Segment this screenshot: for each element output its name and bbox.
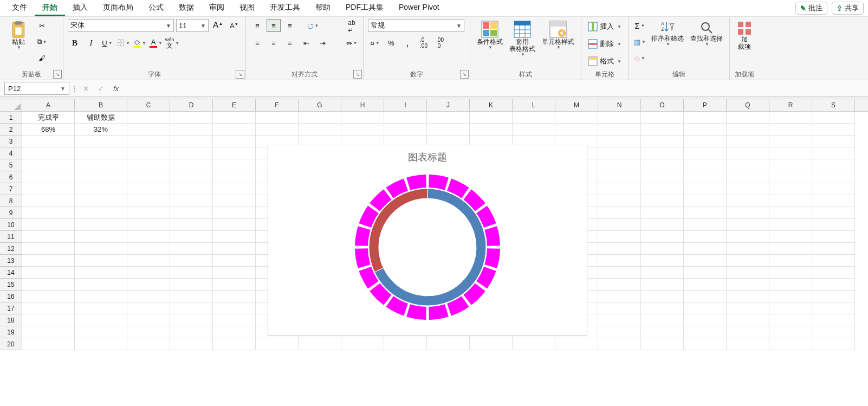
column-header-C[interactable]: C: [127, 99, 170, 111]
cell-D11[interactable]: [170, 231, 213, 243]
cell-S11[interactable]: [812, 231, 855, 243]
row-header-17[interactable]: 17: [0, 302, 22, 314]
cell-C17[interactable]: [127, 302, 170, 314]
cell-N18[interactable]: [598, 314, 641, 326]
cell-I1[interactable]: [384, 112, 427, 124]
cell-O8[interactable]: [641, 195, 684, 207]
cell-C3[interactable]: [127, 136, 170, 147]
cell-N16[interactable]: [598, 291, 641, 302]
cell-A4[interactable]: [22, 147, 75, 159]
cell-B6[interactable]: [75, 171, 127, 183]
font-color-button[interactable]: A ▼: [149, 36, 163, 49]
tab-开始[interactable]: 开始: [35, 1, 65, 16]
cell-C15[interactable]: [127, 279, 170, 291]
cell-C13[interactable]: [127, 255, 170, 267]
column-header-H[interactable]: H: [341, 99, 384, 111]
font-name-select[interactable]: 宋体 ▼: [68, 19, 174, 32]
cell-C5[interactable]: [127, 159, 170, 171]
cell-R3[interactable]: [769, 136, 812, 147]
increase-indent-button[interactable]: ⇥: [315, 36, 329, 49]
cell-O13[interactable]: [641, 255, 684, 267]
enter-formula-button[interactable]: ✓: [94, 82, 107, 94]
cell-H2[interactable]: [341, 124, 384, 136]
cell-S6[interactable]: [812, 171, 855, 183]
decrease-indent-button[interactable]: ⇤: [299, 36, 313, 49]
format-as-table-button[interactable]: 套用 表格格式 ▼: [507, 19, 537, 59]
cell-F1[interactable]: [256, 112, 299, 124]
tab-Power Pivot[interactable]: Power Pivot: [391, 1, 447, 16]
borders-button[interactable]: ▼: [116, 36, 131, 49]
cell-Q9[interactable]: [727, 207, 769, 219]
cell-C14[interactable]: [127, 267, 170, 279]
cell-P6[interactable]: [684, 171, 727, 183]
cell-P12[interactable]: [684, 243, 727, 255]
decrease-decimal-button[interactable]: .00.0: [433, 36, 447, 49]
cell-O15[interactable]: [641, 279, 684, 291]
cell-D5[interactable]: [170, 159, 213, 171]
cell-E2[interactable]: [213, 124, 256, 136]
cell-A10[interactable]: [22, 219, 75, 231]
cell-D17[interactable]: [170, 302, 213, 314]
column-header-K[interactable]: K: [470, 99, 513, 111]
cell-C18[interactable]: [127, 314, 170, 326]
cell-O2[interactable]: [641, 124, 684, 136]
copy-button[interactable]: ⧉▼: [35, 35, 49, 48]
cell-A15[interactable]: [22, 279, 75, 291]
cell-M20[interactable]: [555, 338, 598, 350]
cell-N12[interactable]: [598, 243, 641, 255]
fill-button[interactable]: ▥▼: [633, 35, 647, 48]
cells-delete-button[interactable]: 删除▼: [586, 39, 624, 49]
column-header-A[interactable]: A: [22, 99, 75, 111]
cell-O10[interactable]: [641, 219, 684, 231]
cell-S20[interactable]: [812, 338, 855, 350]
column-header-E[interactable]: E: [213, 99, 256, 111]
cell-C2[interactable]: [127, 124, 170, 136]
row-header-9[interactable]: 9: [0, 207, 22, 219]
cell-R11[interactable]: [769, 231, 812, 243]
cell-styles-button[interactable]: 单元格样式 ▼: [540, 19, 576, 51]
cell-B4[interactable]: [75, 147, 127, 159]
cell-Q11[interactable]: [727, 231, 769, 243]
cell-N10[interactable]: [598, 219, 641, 231]
tab-开发工具[interactable]: 开发工具: [262, 1, 308, 16]
cell-Q16[interactable]: [727, 291, 769, 302]
cell-B14[interactable]: [75, 267, 127, 279]
cell-S17[interactable]: [812, 302, 855, 314]
spreadsheet-grid[interactable]: ABCDEFGHIJKLMNOPQRS 1完成率辅助数据268%32%34567…: [0, 99, 868, 403]
cell-L2[interactable]: [513, 124, 555, 136]
cell-O18[interactable]: [641, 314, 684, 326]
cell-F20[interactable]: [256, 338, 299, 350]
cell-D10[interactable]: [170, 219, 213, 231]
cell-S14[interactable]: [812, 267, 855, 279]
cell-E17[interactable]: [213, 302, 256, 314]
cell-A6[interactable]: [22, 171, 75, 183]
cell-P9[interactable]: [684, 207, 727, 219]
cell-S8[interactable]: [812, 195, 855, 207]
column-header-L[interactable]: L: [513, 99, 555, 111]
column-header-D[interactable]: D: [170, 99, 213, 111]
row-header-3[interactable]: 3: [0, 136, 22, 147]
cell-B17[interactable]: [75, 302, 127, 314]
column-header-I[interactable]: I: [384, 99, 427, 111]
cell-J1[interactable]: [427, 112, 470, 124]
cell-P5[interactable]: [684, 159, 727, 171]
cell-O6[interactable]: [641, 171, 684, 183]
cell-P13[interactable]: [684, 255, 727, 267]
cell-Q14[interactable]: [727, 267, 769, 279]
outer-segment-10[interactable]: [406, 304, 426, 320]
cell-C10[interactable]: [127, 219, 170, 231]
cell-P20[interactable]: [684, 338, 727, 350]
cell-A3[interactable]: [22, 136, 75, 147]
cell-A17[interactable]: [22, 302, 75, 314]
cell-N13[interactable]: [598, 255, 641, 267]
cell-C9[interactable]: [127, 207, 170, 219]
row-header-12[interactable]: 12: [0, 243, 22, 255]
cell-C12[interactable]: [127, 243, 170, 255]
align-middle-button[interactable]: ≡: [267, 19, 281, 32]
cell-Q12[interactable]: [727, 243, 769, 255]
italic-button[interactable]: I: [84, 36, 98, 49]
cell-B11[interactable]: [75, 231, 127, 243]
cell-N17[interactable]: [598, 302, 641, 314]
cell-K1[interactable]: [470, 112, 513, 124]
cell-L1[interactable]: [513, 112, 555, 124]
